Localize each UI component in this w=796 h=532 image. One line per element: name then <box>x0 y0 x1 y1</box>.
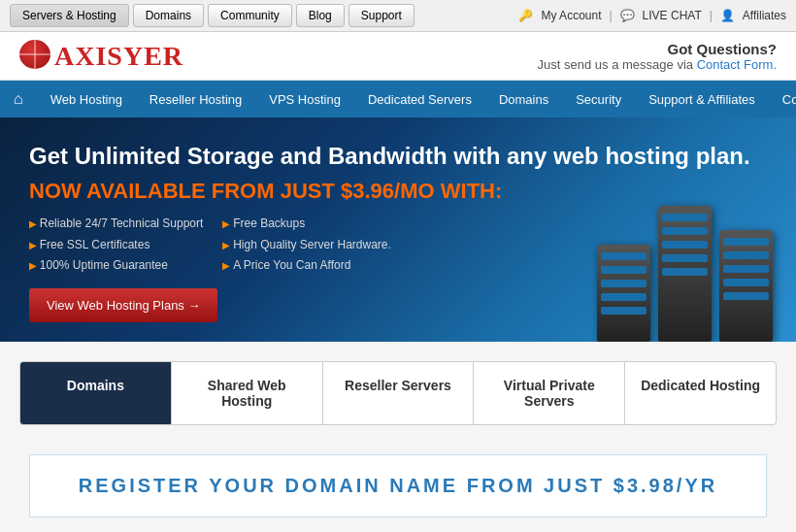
domain-section: REGISTER YOUR DOMAIN NAME FROM JUST $3.9… <box>0 425 796 532</box>
nav-vps-hosting[interactable]: VPS Hosting <box>255 83 354 116</box>
affiliates-icon: 👤 <box>720 9 735 22</box>
banner-col-1: Reliable 24/7 Technical Support Free SSL… <box>29 214 203 277</box>
banner-col-2: Free Backups High Quality Server Hardwar… <box>222 214 391 277</box>
header-tagline: Got Questions? <box>538 41 777 57</box>
hero-banner: Get Unlimited Storage and Bandwidth with… <box>0 117 796 342</box>
feature-3: 100% Uptime Guarantee <box>29 255 203 277</box>
tab-dedicated-hosting[interactable]: Dedicated Hosting <box>625 362 776 424</box>
tab-shared-web-hosting[interactable]: Shared Web Hosting <box>172 362 323 424</box>
main-nav: ⌂ Web Hosting Reseller Hosting VPS Hosti… <box>0 81 796 117</box>
header: AXISYER Got Questions? Just send us a me… <box>0 32 796 81</box>
topbar-domains[interactable]: Domains <box>133 4 204 27</box>
topbar-servers-hosting[interactable]: Servers & Hosting <box>10 4 129 27</box>
affiliates-link[interactable]: Affiliates <box>743 9 786 22</box>
livechat-link[interactable]: LIVE CHAT <box>643 9 702 22</box>
banner-features: Reliable 24/7 Technical Support Free SSL… <box>29 214 777 277</box>
feature-2: Free SSL Certificates <box>29 235 203 256</box>
nav-contact-us[interactable]: Contact Us <box>769 83 796 116</box>
nav-security[interactable]: Security <box>562 83 635 116</box>
nav-domains[interactable]: Domains <box>485 83 562 116</box>
account-icon: 🔑 <box>518 9 533 22</box>
tabs-row: Domains Shared Web Hosting Reseller Serv… <box>19 361 777 425</box>
top-bar: Servers & Hosting Domains Community Blog… <box>0 0 796 32</box>
domain-title: REGISTER YOUR DOMAIN NAME FROM JUST $3.9… <box>29 454 767 517</box>
topbar-support[interactable]: Support <box>348 4 415 27</box>
nav-web-hosting[interactable]: Web Hosting <box>37 83 136 116</box>
banner-cta-button[interactable]: View Web Hosting Plans → <box>29 288 217 322</box>
banner-content: Get Unlimited Storage and Bandwidth with… <box>29 141 777 322</box>
tab-vps[interactable]: Virtual Private Servers <box>474 362 625 424</box>
header-contact: Got Questions? Just send us a message vi… <box>538 41 777 72</box>
my-account-link[interactable]: My Account <box>541 9 601 22</box>
nav-support-affiliates[interactable]: Support & Affiliates <box>635 83 769 116</box>
logo: AXISYER <box>19 40 183 72</box>
feature-5: High Quality Server Hardware. <box>222 235 391 256</box>
tab-domains[interactable]: Domains <box>20 362 172 424</box>
nav-dedicated-servers[interactable]: Dedicated Servers <box>354 83 485 116</box>
nav-home-icon[interactable]: ⌂ <box>0 81 37 117</box>
livechat-icon: 💬 <box>620 9 635 22</box>
tab-reseller-servers[interactable]: Reseller Servers <box>323 362 475 424</box>
banner-headline: Get Unlimited Storage and Bandwidth with… <box>29 141 777 171</box>
feature-4: Free Backups <box>222 214 391 235</box>
topbar-community[interactable]: Community <box>208 4 292 27</box>
contact-form-link[interactable]: Contact Form. <box>697 57 777 72</box>
feature-1: Reliable 24/7 Technical Support <box>29 214 203 235</box>
banner-price: NOW AVAILABLE FROM JUST $3.96/MO WITH: <box>29 179 777 204</box>
topbar-blog[interactable]: Blog <box>296 4 345 27</box>
top-bar-nav: Servers & Hosting Domains Community Blog… <box>10 4 415 27</box>
nav-reseller-hosting[interactable]: Reseller Hosting <box>136 83 255 116</box>
logo-text: AXISYER <box>54 41 183 72</box>
top-bar-right: 🔑 My Account | 💬 LIVE CHAT | 👤 Affiliate… <box>518 9 786 22</box>
feature-6: A Price You Can Afford <box>222 255 391 277</box>
header-subtagline: Just send us a message via Contact Form. <box>538 57 777 72</box>
tabs-section: Domains Shared Web Hosting Reseller Serv… <box>0 342 796 425</box>
